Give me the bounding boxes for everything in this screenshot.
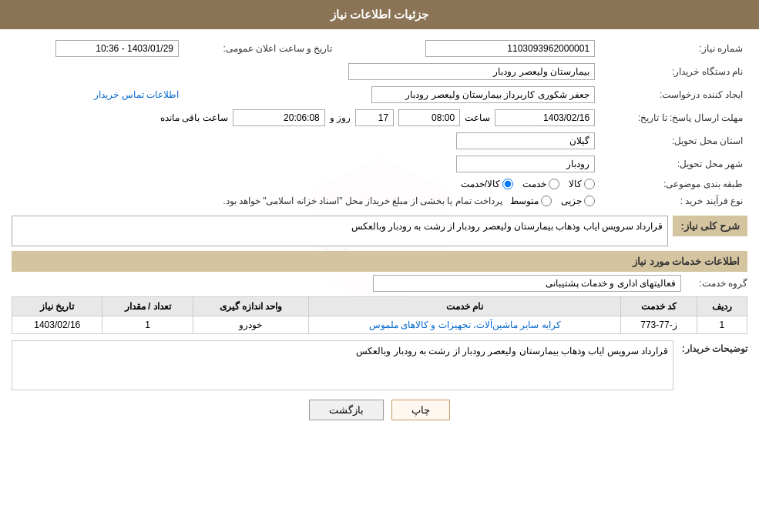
city-row: شهر محل تحویل: رودبار	[12, 152, 747, 176]
buyer-description-row: توضیحات خریدار: قرارداد سرویس ایاب وذهاب…	[12, 340, 747, 390]
need-description-box: قرارداد سرویس ایاب وذهاب بیمارستان ولیعص…	[12, 216, 668, 246]
purchase-type-note: پرداخت تمام یا بخشی از مبلغ خریداز محل "…	[223, 196, 502, 206]
purchase-type-radio-group: جزیی متوسط	[510, 196, 595, 206]
col-unit: واحد اندازه گیری	[193, 297, 308, 316]
creator-label: ایجاد کننده درخواست:	[599, 83, 747, 106]
requester-row: نام دستگاه خریدار: بیمارستان ولیعصر رودب…	[12, 60, 747, 83]
content-wrapper: شماره نیاز: 1103093962000001 تاریخ و ساع…	[0, 29, 759, 440]
category-row: طبقه بندی موضوعی: کالا خدمت	[12, 176, 747, 192]
services-table-head: ردیف کد خدمت نام خدمت واحد اندازه گیری ت…	[12, 297, 747, 316]
purchase-type-row: نوع فرآیند خرید : جزیی	[12, 192, 747, 209]
buyer-description-label: توضیحات خریدار:	[678, 340, 747, 354]
category-label: طبقه بندی موضوعی:	[599, 176, 747, 192]
back-button[interactable]: بازگشت	[309, 400, 384, 420]
row-service-name: کرایه سایر ماشین‌آلات، تجهیزات و کالاهای…	[309, 316, 621, 334]
purchase-type-cell: جزیی متوسط پرداخت تمام یا بخشی از مبلغ خ…	[12, 192, 599, 209]
col-quantity: تعداد / مقدار	[102, 297, 193, 316]
services-table-body: 1 ز-77-773 کرایه سایر ماشین‌آلات، تجهیزا…	[12, 316, 747, 334]
category-option-khedmat: خدمت	[522, 179, 559, 189]
category-label-kala-khedmat: کالا/خدمت	[461, 179, 500, 189]
services-table: ردیف کد خدمت نام خدمت واحد اندازه گیری ت…	[12, 296, 747, 334]
table-row: 1 ز-77-773 کرایه سایر ماشین‌آلات، تجهیزا…	[12, 316, 747, 334]
province-label: استان محل تحویل:	[599, 129, 747, 152]
buttons-row: چاپ بازگشت	[12, 400, 747, 432]
buyer-description-value: قرارداد سرویس ایاب وذهاب بیمارستان ولیعص…	[356, 346, 668, 356]
purchase-type-wrapper: جزیی متوسط پرداخت تمام یا بخشی از مبلغ خ…	[16, 196, 595, 206]
category-options-cell: کالا خدمت کالا/خدمت	[12, 176, 599, 192]
province-value: گیلان	[456, 132, 595, 149]
city-value-cell: رودبار	[12, 152, 599, 176]
need-number-label: شماره نیاز:	[599, 37, 747, 60]
requester-label: نام دستگاه خریدار:	[599, 60, 747, 83]
purchase-label-motavasset: متوسط	[510, 196, 539, 206]
deadline-row: مهلت ارسال پاسخ: تا تاریخ: 1403/02/16 سا…	[12, 106, 747, 129]
purchase-type-label: نوع فرآیند خرید :	[599, 192, 747, 209]
deadline-days: 17	[355, 109, 394, 126]
purchase-radio-motavasset[interactable]	[541, 196, 552, 206]
days-label: روز و	[330, 112, 351, 123]
province-row: استان محل تحویل: گیلان	[12, 129, 747, 152]
buyer-description-box: قرارداد سرویس ایاب وذهاب بیمارستان ولیعص…	[12, 340, 673, 390]
datetime-value: 1403/01/29 - 10:36	[55, 40, 179, 57]
col-service-name: نام خدمت	[309, 297, 621, 316]
category-option-kala-khedmat: کالا/خدمت	[461, 179, 513, 189]
service-group-label: گروه خدمت:	[686, 278, 747, 289]
contact-link-cell: اطلاعات تماس خریدار	[12, 83, 183, 106]
need-description-row: شرح کلی نیاز: قرارداد سرویس ایاب وذهاب ب…	[12, 216, 747, 246]
service-group-row: گروه خدمت: فعالیتهای اداری و خدمات پشتیب…	[12, 275, 747, 292]
deadline-values-cell: 1403/02/16 ساعت 08:00 17 روز و 20:06:08 …	[12, 106, 599, 129]
services-header-row: ردیف کد خدمت نام خدمت واحد اندازه گیری ت…	[12, 297, 747, 316]
purchase-option-motavasset: متوسط	[510, 196, 552, 206]
row-unit: خودرو	[193, 316, 308, 334]
print-button[interactable]: چاپ	[391, 400, 450, 420]
service-group-value: فعالیتهای اداری و خدمات پشتیبانی	[373, 275, 681, 292]
requester-value: بیمارستان ولیعصر رودبار	[348, 63, 595, 80]
purchase-label-jozee: جزیی	[561, 196, 582, 206]
category-radio-khedmat[interactable]	[549, 179, 559, 189]
category-radio-kala[interactable]	[584, 179, 595, 189]
page-container: جزئیات اطلاعات نیاز A شماره نیاز: 110309…	[0, 0, 759, 532]
creator-row: ایجاد کننده درخواست: جعفر شکوری کاربرداز…	[12, 83, 747, 106]
category-radio-kala-khedmat[interactable]	[502, 179, 513, 189]
info-table: شماره نیاز: 1103093962000001 تاریخ و ساع…	[12, 37, 747, 209]
need-description-value: قرارداد سرویس ایاب وذهاب بیمارستان ولیعص…	[351, 221, 663, 232]
province-value-cell: گیلان	[12, 129, 599, 152]
datetime-value-cell: 1403/01/29 - 10:36	[12, 37, 183, 60]
category-label-kala: کالا	[569, 179, 582, 189]
city-value: رودبار	[456, 156, 595, 172]
page-title: جزئیات اطلاعات نیاز	[331, 8, 428, 21]
datetime-label: تاریخ و ساعت اعلان عمومی:	[183, 37, 337, 60]
col-date: تاریخ نیاز	[12, 297, 102, 316]
time-label: ساعت	[465, 112, 490, 123]
city-label: شهر محل تحویل:	[599, 152, 747, 176]
deadline-date: 1403/02/16	[495, 109, 595, 126]
need-number-value-cell: 1103093962000001	[368, 37, 599, 60]
row-quantity: 1	[102, 316, 193, 334]
purchase-radio-jozee[interactable]	[584, 196, 595, 206]
col-row: ردیف	[697, 297, 747, 316]
requester-value-cell: بیمارستان ولیعصر رودبار	[12, 60, 599, 83]
remaining-label: ساعت باقی مانده	[160, 112, 228, 123]
need-number-row: شماره نیاز: 1103093962000001 تاریخ و ساع…	[12, 37, 747, 60]
row-date: 1403/02/16	[12, 316, 102, 334]
row-service-code: ز-77-773	[621, 316, 697, 334]
creator-value-cell: جعفر شکوری کاربرداز بیمارستان ولیعصر رود…	[183, 83, 599, 106]
creator-value: جعفر شکوری کاربرداز بیمارستان ولیعصر رود…	[371, 86, 595, 103]
row-number: 1	[697, 316, 747, 334]
category-option-kala: کالا	[569, 179, 595, 189]
page-header: جزئیات اطلاعات نیاز	[0, 0, 759, 29]
category-label-khedmat: خدمت	[522, 179, 546, 189]
contact-link[interactable]: اطلاعات تماس خریدار	[94, 89, 179, 100]
deadline-label: مهلت ارسال پاسخ: تا تاریخ:	[599, 106, 747, 129]
purchase-option-jozee: جزیی	[561, 196, 595, 206]
remaining-time: 20:06:08	[233, 109, 325, 126]
content-area: شماره نیاز: 1103093962000001 تاریخ و ساع…	[0, 29, 759, 440]
services-section-title: اطلاعات خدمات مورد نیاز	[12, 251, 747, 272]
need-number-value: 1103093962000001	[425, 40, 595, 57]
need-description-label: شرح کلی نیاز:	[673, 216, 747, 236]
col-service-code: کد خدمت	[621, 297, 697, 316]
main-content: A شماره نیاز: 1103093962000001 تاریخ و س…	[0, 29, 759, 440]
category-radio-group: کالا خدمت کالا/خدمت	[16, 179, 595, 189]
deadline-row-inner: 1403/02/16 ساعت 08:00 17 روز و 20:06:08 …	[16, 109, 595, 126]
deadline-time: 08:00	[398, 109, 460, 126]
